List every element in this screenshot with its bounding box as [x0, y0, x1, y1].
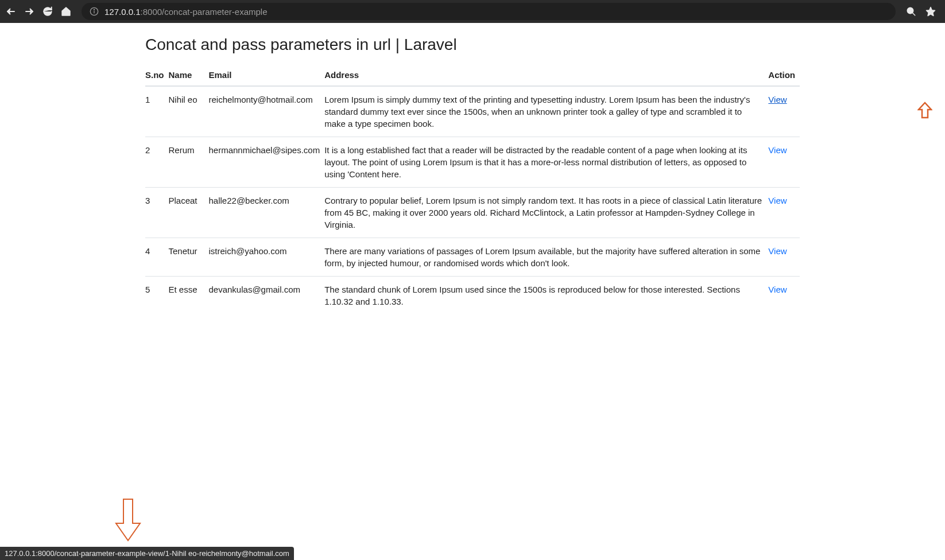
- svg-line-6: [912, 13, 915, 15]
- cell-address: The standard chunk of Lorem Ipsum used s…: [324, 277, 768, 315]
- cell-address: Lorem Ipsum is simply dummy text of the …: [324, 86, 768, 137]
- url-text: 127.0.0.1:8000/concat-parameter-example: [104, 7, 268, 17]
- cell-email: devankulas@gmail.com: [209, 277, 325, 315]
- page-title: Concat and pass parameters in url | Lara…: [145, 36, 800, 54]
- reload-button[interactable]: [42, 6, 53, 17]
- data-table: S.no Name Email Address Action 1Nihil eo…: [145, 64, 800, 314]
- cell-email: istreich@yahoo.com: [209, 238, 325, 277]
- cell-address: Contrary to popular belief, Lorem Ipsum …: [324, 188, 768, 238]
- forward-button[interactable]: [24, 6, 34, 17]
- url-path: :8000/concat-parameter-example: [141, 7, 268, 17]
- view-link[interactable]: View: [768, 196, 787, 205]
- view-link[interactable]: View: [768, 95, 787, 104]
- header-name: Name: [169, 64, 209, 86]
- toolbar-right: [906, 6, 939, 17]
- home-button[interactable]: [61, 6, 71, 17]
- cell-sno: 2: [145, 137, 169, 188]
- cell-sno: 4: [145, 238, 169, 277]
- header-email: Email: [209, 64, 325, 86]
- table-header-row: S.no Name Email Address Action: [145, 64, 800, 86]
- view-link[interactable]: View: [768, 246, 787, 256]
- url-host: 127.0.0.1: [104, 7, 141, 17]
- cell-action: View: [768, 188, 800, 238]
- table-row: 5Et essedevankulas@gmail.comThe standard…: [145, 277, 800, 315]
- nav-buttons: [6, 6, 71, 17]
- browser-toolbar: 127.0.0.1:8000/concat-parameter-example: [0, 0, 945, 23]
- cell-address: It is a long established fact that a rea…: [324, 137, 768, 188]
- zoom-icon[interactable]: [906, 6, 916, 17]
- cell-sno: 5: [145, 277, 169, 315]
- cell-email: halle22@becker.com: [209, 188, 325, 238]
- cell-action: View: [768, 86, 800, 137]
- cell-name: Nihil eo: [169, 86, 209, 137]
- site-info-icon[interactable]: [90, 7, 99, 16]
- star-icon[interactable]: [925, 6, 936, 17]
- cell-address: There are many variations of passages of…: [324, 238, 768, 277]
- header-action: Action: [768, 64, 800, 86]
- table-row: 2Rerumhermannmichael@sipes.comIt is a lo…: [145, 137, 800, 188]
- cell-action: View: [768, 238, 800, 277]
- cell-sno: 1: [145, 86, 169, 137]
- view-link[interactable]: View: [768, 145, 787, 155]
- header-sno: S.no: [145, 64, 169, 86]
- svg-point-4: [94, 9, 94, 10]
- cell-name: Placeat: [169, 188, 209, 238]
- cell-action: View: [768, 277, 800, 315]
- cell-name: Et esse: [169, 277, 209, 315]
- cell-action: View: [768, 137, 800, 188]
- cell-name: Rerum: [169, 137, 209, 188]
- table-row: 3Placeathalle22@becker.comContrary to po…: [145, 188, 800, 238]
- header-address: Address: [324, 64, 768, 86]
- page-content: Concat and pass parameters in url | Lara…: [0, 23, 945, 314]
- svg-marker-8: [927, 7, 935, 16]
- cell-sno: 3: [145, 188, 169, 238]
- cell-name: Tenetur: [169, 238, 209, 277]
- table-row: 4Teneturistreich@yahoo.comThere are many…: [145, 238, 800, 277]
- view-link[interactable]: View: [768, 285, 787, 294]
- table-row: 1Nihil eoreichelmonty@hotmail.comLorem I…: [145, 86, 800, 137]
- cell-email: hermannmichael@sipes.com: [209, 137, 325, 188]
- back-button[interactable]: [6, 6, 16, 17]
- address-bar[interactable]: 127.0.0.1:8000/concat-parameter-example: [82, 3, 896, 20]
- cell-email: reichelmonty@hotmail.com: [209, 86, 325, 137]
